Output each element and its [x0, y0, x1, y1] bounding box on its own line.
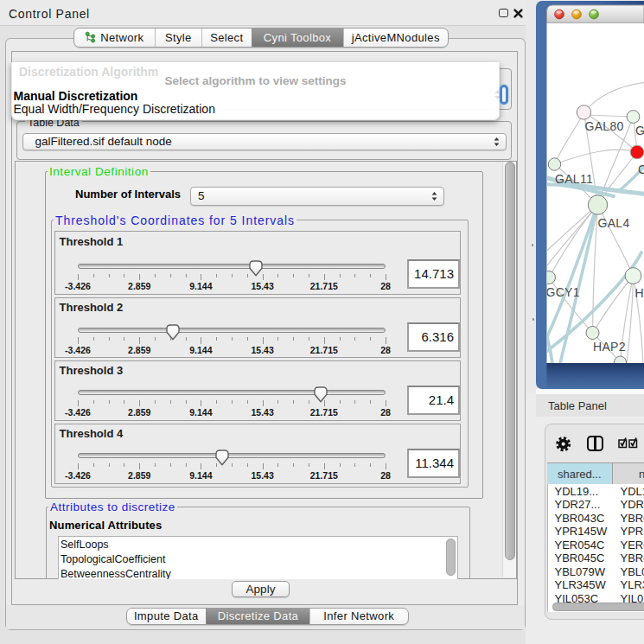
svg-text:HAP2: HAP2: [593, 340, 626, 354]
svg-text:GAL80: GAL80: [585, 119, 624, 133]
svg-text:GAL11: GAL11: [555, 172, 593, 186]
svg-text:H: H: [635, 286, 644, 300]
svg-text:G.: G.: [635, 124, 644, 137]
svg-text:C: C: [638, 163, 644, 176]
svg-text:GCY1: GCY1: [546, 285, 580, 299]
svg-text:GAL4: GAL4: [598, 216, 630, 230]
